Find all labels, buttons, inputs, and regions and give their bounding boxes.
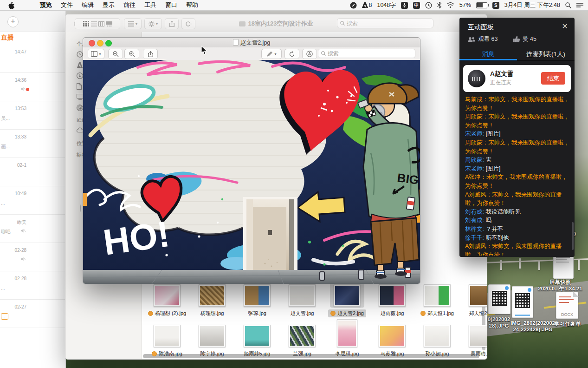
file-thumbnail[interactable] <box>244 284 271 307</box>
chat-list-item[interactable]: 14:47 <box>0 45 65 73</box>
add-chat-button[interactable]: + <box>7 16 19 27</box>
chat-list-item[interactable]: 14:36 <box>0 73 65 101</box>
share-button[interactable] <box>143 49 158 59</box>
file-name-label[interactable]: 吴雨晴.jpg <box>468 350 487 358</box>
menu-5[interactable]: 前往 <box>123 1 136 9</box>
file-name-label[interactable]: 赵雨薇.jpg <box>378 309 407 317</box>
menu-6[interactable]: 工具 <box>144 1 156 9</box>
file-thumbnail[interactable] <box>379 284 406 307</box>
live-tab-label[interactable]: 直播 <box>1 33 13 42</box>
file-thumbnail[interactable] <box>154 284 181 307</box>
apple-icon[interactable] <box>8 2 14 9</box>
file-thumbnail[interactable] <box>379 325 406 347</box>
preview-search-field[interactable]: 搜索 <box>318 49 415 58</box>
microphone-status-icon[interactable] <box>401 2 408 9</box>
bluetooth-status-icon[interactable] <box>437 2 441 8</box>
file-name-label[interactable]: 杨理想 (2).jpg <box>146 309 188 317</box>
panel-messages[interactable]: 马前成：宋帅文，我来围观你的直播啦，为你点赞！周欣蒙：宋帅文，我来围观你的直播啦… <box>465 95 570 256</box>
tag-button[interactable] <box>181 18 195 29</box>
file-name-label[interactable]: 张琼.jpg <box>246 309 269 317</box>
spotlight-search-icon[interactable] <box>565 2 571 8</box>
menu-4[interactable]: 显示 <box>103 1 115 9</box>
file-thumbnail[interactable] <box>289 284 316 307</box>
menu-2[interactable]: 文件 <box>61 1 73 9</box>
chat-list-item[interactable]: 02-28 <box>0 243 65 271</box>
tab-mic-list[interactable]: 连麦列表(1人) <box>517 50 575 59</box>
screenshot-file-icon[interactable] <box>553 254 574 279</box>
chat-list-item[interactable]: 02-27... <box>0 300 65 328</box>
chat-list-item[interactable]: 02-1 <box>0 158 65 186</box>
file-thumbnail[interactable] <box>337 319 357 347</box>
docx-file-label[interactable]: 学习任务单 <box>551 321 584 327</box>
file-item-row1[interactable]: 郑天恒1.jpg <box>415 281 459 318</box>
file-thumbnail[interactable] <box>334 284 361 307</box>
qr-file-icon-1[interactable] <box>488 284 510 314</box>
file-item-row2[interactable]: 陈宇婷.jpg <box>190 321 234 358</box>
file-thumbnail[interactable] <box>154 325 181 347</box>
wifi-status-icon[interactable] <box>446 2 454 8</box>
chat-list-item[interactable]: 13:53员... <box>0 101 65 130</box>
zoom-in-button[interactable] <box>124 49 139 59</box>
file-name-label[interactable]: 马苏雅.jpg <box>378 350 407 358</box>
file-name-label[interactable]: 陈宇婷.jpg <box>198 350 226 358</box>
file-name-label[interactable]: 李思琪.jpg <box>333 350 362 358</box>
input-method-status-icon[interactable]: 中 <box>413 2 420 9</box>
file-name-label[interactable]: 赵文雪.jpg <box>288 309 317 317</box>
menu-7[interactable]: 窗口 <box>165 1 177 9</box>
file-thumbnail[interactable] <box>199 325 226 347</box>
docx-file-icon[interactable]: DOCX <box>556 292 578 319</box>
file-thumbnail[interactable] <box>289 325 316 347</box>
chat-list-item[interactable]: 13:33画... <box>0 130 65 158</box>
share-button[interactable] <box>165 18 179 29</box>
panel-scrollbar[interactable] <box>572 222 574 250</box>
file-item-row2[interactable]: 孙小媚.jpg <box>415 321 459 358</box>
file-name-label[interactable]: 兰强.jpg <box>291 350 314 358</box>
list-view-icon[interactable] <box>91 21 97 26</box>
battery-status-icon[interactable] <box>476 2 487 8</box>
group-by-button[interactable]: ▾ <box>124 18 142 29</box>
word-count-status[interactable]: 1048字 <box>377 1 395 9</box>
file-item-row2[interactable]: 陈浩南.jpg <box>145 321 189 358</box>
adobe-status-icon[interactable]: 8 <box>362 2 372 8</box>
time-machine-status-icon[interactable] <box>425 2 432 9</box>
close-icon[interactable]: ✕ <box>562 22 568 31</box>
action-gear-button[interactable]: ▾ <box>144 18 162 29</box>
s-app-status-icon[interactable]: S <box>492 2 499 9</box>
file-item-row1[interactable]: 杨理想.jpg <box>190 281 234 317</box>
file-thumbnail[interactable] <box>469 284 487 307</box>
file-thumbnail[interactable] <box>199 284 226 307</box>
markup-pen-button[interactable]: ▾ <box>261 49 282 59</box>
file-item-row1[interactable]: 张琼.jpg <box>235 281 279 317</box>
file-name-label[interactable]: 赵文雪2.jpg <box>328 309 366 317</box>
chat-list-item[interactable]: 02-28... <box>0 271 65 300</box>
file-item-row1[interactable]: 赵文雪.jpg <box>280 281 324 317</box>
chat-list-item[interactable]: 10:49... <box>0 186 65 215</box>
sidebar-view-button[interactable]: ▾ <box>88 49 104 59</box>
file-item-row2[interactable]: 兰强.jpg <box>280 321 324 358</box>
file-name-label[interactable]: 姬雨婷5.jpg <box>242 350 273 358</box>
gallery-view-icon[interactable] <box>106 21 112 26</box>
file-item-row2[interactable]: 李思琪.jpg <box>325 321 369 358</box>
file-name-label[interactable]: 郑天恒1.jpg <box>418 309 456 317</box>
file-thumbnail[interactable] <box>469 325 487 347</box>
file-item-row2[interactable]: 姬雨婷5.jpg <box>235 321 279 358</box>
file-name-label[interactable]: 陈浩南.jpg <box>149 350 185 358</box>
file-item-row2[interactable]: 马苏雅.jpg <box>370 321 414 358</box>
file-item-row1[interactable]: 杨理想 (2).jpg <box>145 281 189 318</box>
qr-file-icon-2[interactable] <box>512 286 533 318</box>
finder-search-field[interactable]: 搜索 <box>337 18 433 28</box>
file-item-row1[interactable]: 赵文雪2.jpg <box>325 281 369 318</box>
clock-label[interactable]: 3月4日 周三 下午2:48 <box>504 1 560 9</box>
file-item-row2[interactable]: 吴雨晴.jpg <box>460 321 487 358</box>
tab-messages[interactable]: 消息 <box>459 50 517 59</box>
browser-status-icon[interactable] <box>350 2 357 9</box>
grid-view-icon[interactable] <box>83 21 90 26</box>
notification-center-icon[interactable] <box>576 2 583 8</box>
menu-8[interactable]: 帮助 <box>186 1 198 9</box>
file-name-label[interactable]: 孙小媚.jpg <box>423 350 452 358</box>
file-item-row1[interactable]: 赵雨薇.jpg <box>370 281 414 317</box>
menu-3[interactable]: 编辑 <box>82 1 94 9</box>
chat-list-item[interactable]: 昨天聊吧 <box>0 215 65 243</box>
column-view-icon[interactable] <box>98 21 104 26</box>
file-name-label[interactable]: 郑天恒2.jpg <box>467 309 487 317</box>
